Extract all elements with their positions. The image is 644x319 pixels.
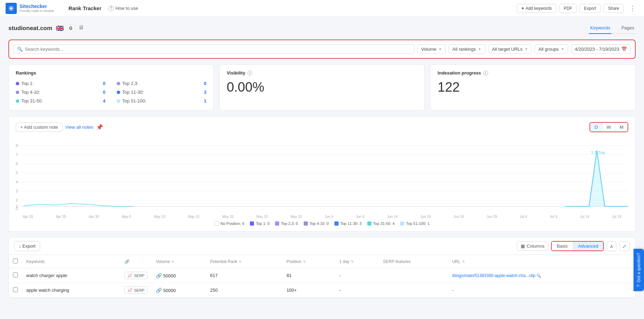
row2-checkbox[interactable] [13,287,18,292]
row1-keyword-cell: watch charger apple [22,268,120,283]
logo-area: Sitechecker Proudly made in Ukraine [6,3,61,14]
rank-item-top3150: Top 31-50: 4 [16,97,106,105]
x-label-may20: May 20 [222,215,234,219]
row2-serp-button[interactable]: 📈 SERP [124,286,147,294]
week-button[interactable]: W [602,123,615,132]
svg-text:8: 8 [16,144,18,148]
more-options-button[interactable]: ⋮ [627,3,638,14]
date-filter[interactable]: 4/20/2023 - 7/19/2023 📅 [571,44,631,54]
chart-svg: 8 7 6 5 4 3 2 1 0 [16,136,628,210]
collapse-button[interactable]: ∧ [607,241,616,251]
chart-legend: No Position: 6 Top 1: 0 Top 2,3: 0 Top 4… [16,221,628,226]
x-label-jun24: Jun 24 [454,215,464,219]
row2-volume: 50000 [163,288,176,293]
stats-row: Rankings Top 1: 0 [8,64,636,111]
table-export-button[interactable]: ↓ Export [14,241,40,251]
th-1day[interactable]: 1 day ⇅ [335,255,379,268]
row1-volume-cell: 🔗 50000 [152,268,206,283]
add-custom-note-button[interactable]: + Add custom note [16,122,63,132]
th-url[interactable]: URL ⇅ [448,255,635,268]
url-sort-icon[interactable]: ⇅ [462,260,465,263]
volume-sort-icon[interactable]: ⇅ [171,260,174,263]
top1130-dot [117,91,120,94]
th-position[interactable]: Position ⇅ [282,255,335,268]
potential-sort-icon[interactable]: ⇅ [239,260,241,263]
row1-link-icon: 🔗 [156,273,162,278]
content-area: studioneat.com 🇬🇧 G 🖥 Keywords Pages 🔍 V… [0,17,644,304]
legend-top23-label: Top 2,3: 0 [281,221,298,226]
legend-top51100-color [400,221,404,226]
position-sort-icon[interactable]: ⇅ [303,260,306,263]
visibility-card: Visibility i 0.00% [219,64,425,111]
legend-top51100-label: Top 51-100: 1 [406,221,429,226]
row1-keyword: watch charger apple [26,273,67,278]
table-header-row: Keywords 🔗 Volume ⇅ [9,255,635,268]
chart-area: 8 7 6 5 4 3 2 1 0 [16,136,628,213]
volume-arrow: ▼ [439,47,442,51]
row2-link-icon: 🔗 [156,288,162,293]
rank-item-top23: Top 2,3: 0 [117,80,207,87]
columns-button[interactable]: ▦ Columns [517,241,548,251]
search-input[interactable] [25,47,411,52]
basic-button[interactable]: Basic [552,242,573,250]
th-checkbox [9,255,22,268]
x-label-jun4: Jun 4 [325,215,333,219]
row1-serp-button[interactable]: 📈 SERP [124,272,147,279]
table-toolbar: ↓ Export ▦ Columns Basic Advanced ∧ ⤢ [9,238,635,255]
dwm-group: D W M [589,122,628,132]
x-label-jul19: Jul 19 [612,215,621,219]
pin-notes-button[interactable]: 📌 [96,124,103,130]
table-body: watch charger apple 📈 SERP 🔗 50000 [9,268,635,298]
th-potential-rank[interactable]: Potential Rank ⇅ [206,255,282,268]
row2-serp-cell: 📈 SERP [120,283,152,298]
serp-label: SERP [134,274,144,278]
rankings-grid: Top 1: 0 Top 2,3: 0 [16,80,207,105]
groups-filter[interactable]: All groups ▼ [535,44,568,54]
advanced-button[interactable]: Advanced [573,242,603,250]
legend-top51100: Top 51-100: 1 [400,221,429,226]
tab-keywords[interactable]: Keywords [589,22,612,34]
legend-no-position-checkbox[interactable] [215,221,219,226]
x-label-apr30: Apr 30 [89,215,99,219]
how-to-use-link[interactable]: ? How to use [108,6,138,11]
add-keywords-button[interactable]: ✦ Add keywords [516,4,556,13]
row1-checkbox[interactable] [13,272,18,277]
month-button[interactable]: M [615,123,628,132]
row2-keyword-cell: apple watch charging [22,283,120,298]
pdf-button[interactable]: PDF [559,4,577,13]
legend-no-position-label: No Position: 6 [220,221,244,226]
x-label-apr20: Apr 20 [23,215,33,219]
1day-sort-icon[interactable]: ⇅ [351,260,354,263]
export-button[interactable]: Export [579,4,601,13]
row2-url: - [452,288,454,293]
logo-text-area: Sitechecker Proudly made in Ukraine [20,4,54,13]
tab-pages[interactable]: Pages [620,22,636,34]
rank-item-top1130: Top 11-30: 3 [117,88,207,96]
groups-arrow: ▼ [561,47,564,51]
select-all-checkbox[interactable] [13,258,18,263]
search-input-wrap: 🔍 [13,44,414,54]
svg-text:2: 2 [16,198,18,202]
table-row: watch charger apple 📈 SERP 🔗 50000 [9,268,635,283]
rankings-filter[interactable]: All rankings ▼ [449,44,485,54]
search-icon: 🔍 [17,47,23,52]
volume-filter[interactable]: Volume ▼ [417,44,446,54]
fullscreen-button[interactable]: ⤢ [619,241,630,251]
help-button[interactable]: ? Got a question? [634,249,644,291]
google-icon[interactable]: G [67,24,75,32]
th-volume[interactable]: Volume ⇅ [152,255,206,268]
filter-row: 🔍 Volume ▼ All rankings ▼ All target URL… [8,40,636,59]
view-all-notes-button[interactable]: View all notes [65,125,93,130]
monitor-icon: 🖥 [78,24,86,32]
rankings-label: All rankings [453,47,476,52]
svg-text:0: 0 [16,207,18,210]
day-button[interactable]: D [590,123,602,132]
keywords-table: Keywords 🔗 Volume ⇅ [9,255,635,298]
urls-filter[interactable]: All target URLs ▼ [488,44,532,54]
question-icon: ? [636,284,641,287]
main-content: studioneat.com 🇬🇧 G 🖥 Keywords Pages 🔍 V… [0,17,644,304]
row1-url-link[interactable]: /blogs/main/51383300-apple-watch-cha...c… [452,273,535,278]
visibility-info-icon: i [247,71,252,76]
share-button[interactable]: Share [603,4,624,13]
table-section: ↓ Export ▦ Columns Basic Advanced ∧ ⤢ [8,237,636,298]
